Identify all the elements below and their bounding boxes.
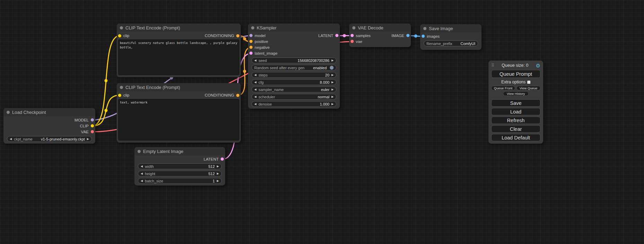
refresh-button[interactable]: Refresh xyxy=(491,117,540,124)
increment-arrow-icon[interactable]: ▶ xyxy=(332,103,334,106)
slot-row: negative xyxy=(248,44,340,50)
node-title: KSampler xyxy=(257,25,276,30)
view-queue-button[interactable]: View Queue xyxy=(517,86,540,90)
output-label-conditioning: CONDITIONING xyxy=(205,34,234,38)
node-vae-decode[interactable]: VAE Decode samples IMAGE vae xyxy=(349,24,411,47)
widget-label: scheduler xyxy=(258,95,275,99)
increment-arrow-icon[interactable]: ▶ xyxy=(217,172,219,175)
queue-size-label: Queue size: 0 xyxy=(494,63,536,68)
decrement-arrow-icon[interactable]: ◀ xyxy=(254,81,256,84)
denoise-number-widget[interactable]: ◀ denoise 1.000 ▶ xyxy=(252,101,336,107)
widget-value: normal xyxy=(318,95,329,99)
input-label-clip: clip xyxy=(123,34,129,38)
settings-gear-icon[interactable]: ⚙ xyxy=(536,63,540,68)
increment-arrow-icon[interactable]: ▶ xyxy=(332,59,334,62)
decrement-arrow-icon[interactable]: ◀ xyxy=(141,180,143,182)
decrement-arrow-icon[interactable]: ◀ xyxy=(141,172,143,175)
node-ksampler[interactable]: KSampler model LATENT positive negative … xyxy=(248,24,340,109)
node-empty-latent-image[interactable]: Empty Latent Image LATENT ◀ width 512 ▶ … xyxy=(134,147,225,186)
output-label-conditioning: CONDITIONING xyxy=(205,93,234,97)
increment-arrow-icon[interactable]: ▶ xyxy=(332,88,334,91)
width-number-widget[interactable]: ◀ width 512 ▶ xyxy=(138,163,222,169)
collapse-toggle-icon[interactable] xyxy=(251,26,254,29)
node-title-bar[interactable]: Empty Latent Image xyxy=(134,147,225,155)
collapse-toggle-icon[interactable] xyxy=(7,111,10,114)
node-title-bar[interactable]: VAE Decode xyxy=(349,24,411,32)
random-seed-toggle-widget[interactable]: Random seed after every gen enabled xyxy=(252,65,336,71)
decrement-arrow-icon[interactable]: ◀ xyxy=(10,138,12,141)
node-load-checkpoint[interactable]: Load Checkpoint MODEL CLIP VAE ◀ ckpt_na… xyxy=(3,108,95,144)
decrement-arrow-icon[interactable]: ◀ xyxy=(254,59,256,62)
batch-size-number-widget[interactable]: ◀ batch_size 1 ▶ xyxy=(138,178,222,184)
positive-input-slot[interactable] xyxy=(249,40,253,43)
vae-input-slot[interactable] xyxy=(351,40,354,43)
node-title-bar[interactable]: CLIP Text Encode (Prompt) xyxy=(117,24,241,32)
samples-input-slot[interactable] xyxy=(351,34,354,37)
load-button[interactable]: Load xyxy=(491,108,540,115)
decrement-arrow-icon[interactable]: ◀ xyxy=(254,103,256,106)
drag-handle-icon[interactable]: ⠿ xyxy=(491,63,494,68)
latent-output-slot[interactable] xyxy=(335,34,338,37)
collapse-toggle-icon[interactable] xyxy=(120,86,123,89)
negative-input-slot[interactable] xyxy=(249,46,253,49)
save-button[interactable]: Save xyxy=(491,99,540,107)
conditioning-output-slot[interactable] xyxy=(236,94,239,97)
increment-arrow-icon[interactable]: ▶ xyxy=(217,180,219,182)
decrement-arrow-icon[interactable]: ◀ xyxy=(254,88,256,91)
clip-input-slot[interactable] xyxy=(118,34,121,37)
latent-image-input-slot[interactable] xyxy=(249,52,253,55)
slot-row: VAE xyxy=(3,129,95,135)
decrement-arrow-icon[interactable]: ◀ xyxy=(141,165,143,168)
steps-number-widget[interactable]: ◀ steps 20 ▶ xyxy=(252,72,336,78)
node-clip-text-encode-positive[interactable]: CLIP Text Encode (Prompt) clip CONDITION… xyxy=(117,24,241,77)
increment-arrow-icon[interactable]: ▶ xyxy=(217,165,219,168)
clear-button[interactable]: Clear xyxy=(491,125,540,133)
node-title-bar[interactable]: Load Checkpoint xyxy=(3,108,95,116)
collapse-toggle-icon[interactable] xyxy=(423,27,426,30)
latent-output-slot[interactable] xyxy=(221,157,224,161)
input-label-positive: positive xyxy=(255,39,268,44)
vae-output-slot[interactable] xyxy=(91,130,94,133)
extra-options-checkbox[interactable] xyxy=(527,81,530,84)
filename-prefix-text-widget[interactable]: filename_prefix ComfyUI xyxy=(424,40,478,46)
model-output-slot[interactable] xyxy=(91,118,94,121)
node-graph-canvas[interactable]: Load Checkpoint MODEL CLIP VAE ◀ ckpt_na… xyxy=(0,0,644,244)
collapse-toggle-icon[interactable] xyxy=(352,26,355,29)
collapse-toggle-icon[interactable] xyxy=(120,26,123,29)
view-history-button[interactable]: View History xyxy=(503,91,529,96)
node-title-bar[interactable]: CLIP Text Encode (Prompt) xyxy=(117,83,241,91)
collapse-toggle-icon[interactable] xyxy=(138,150,141,153)
increment-arrow-icon[interactable]: ▶ xyxy=(87,138,89,141)
scheduler-combo-widget[interactable]: ◀ scheduler normal ▶ xyxy=(252,94,336,100)
cfg-number-widget[interactable]: ◀ cfg 8.000 ▶ xyxy=(252,79,336,85)
positive-prompt-textarea[interactable]: beautiful scenery nature glass bottle la… xyxy=(118,39,239,75)
ckpt-name-combo-widget[interactable]: ◀ ckpt_name v1-5-pruned-emaonly.ckpt ▶ xyxy=(7,136,92,142)
height-number-widget[interactable]: ◀ height 512 ▶ xyxy=(138,171,222,177)
decrement-arrow-icon[interactable]: ◀ xyxy=(254,74,256,76)
comfy-menu-panel[interactable]: ⠿ Queue size: 0 ⚙ Queue Prompt Extra opt… xyxy=(488,61,543,144)
clip-output-slot[interactable] xyxy=(91,124,94,127)
negative-prompt-textarea[interactable]: text, watermark xyxy=(118,99,239,141)
node-title-bar[interactable]: KSampler xyxy=(248,24,340,32)
images-input-slot[interactable] xyxy=(422,35,425,38)
decrement-arrow-icon[interactable]: ◀ xyxy=(254,96,256,98)
conditioning-output-slot[interactable] xyxy=(236,34,239,37)
seed-number-widget[interactable]: ◀ seed 156680208700286 ▶ xyxy=(252,57,336,63)
increment-arrow-icon[interactable]: ▶ xyxy=(332,74,334,76)
image-output-slot[interactable] xyxy=(406,34,409,37)
toggle-enabled-icon[interactable] xyxy=(330,66,334,70)
input-label-negative: negative xyxy=(255,45,270,49)
node-clip-text-encode-negative[interactable]: CLIP Text Encode (Prompt) clip CONDITION… xyxy=(117,83,241,143)
node-title-bar[interactable]: Save Image xyxy=(420,24,482,33)
load-default-button[interactable]: Load Default xyxy=(491,134,540,141)
output-label-vae: VAE xyxy=(81,130,89,134)
model-input-slot[interactable] xyxy=(249,34,253,37)
queue-front-button[interactable]: Queue Front xyxy=(491,86,515,90)
increment-arrow-icon[interactable]: ▶ xyxy=(332,81,334,84)
node-save-image[interactable]: Save Image images filename_prefix ComfyU… xyxy=(420,24,482,50)
input-label-latent-image: latent_image xyxy=(255,51,277,55)
clip-input-slot[interactable] xyxy=(118,94,121,97)
sampler-name-combo-widget[interactable]: ◀ sampler_name euler ▶ xyxy=(252,87,336,92)
increment-arrow-icon[interactable]: ▶ xyxy=(332,96,334,98)
queue-prompt-button[interactable]: Queue Prompt xyxy=(491,70,540,78)
